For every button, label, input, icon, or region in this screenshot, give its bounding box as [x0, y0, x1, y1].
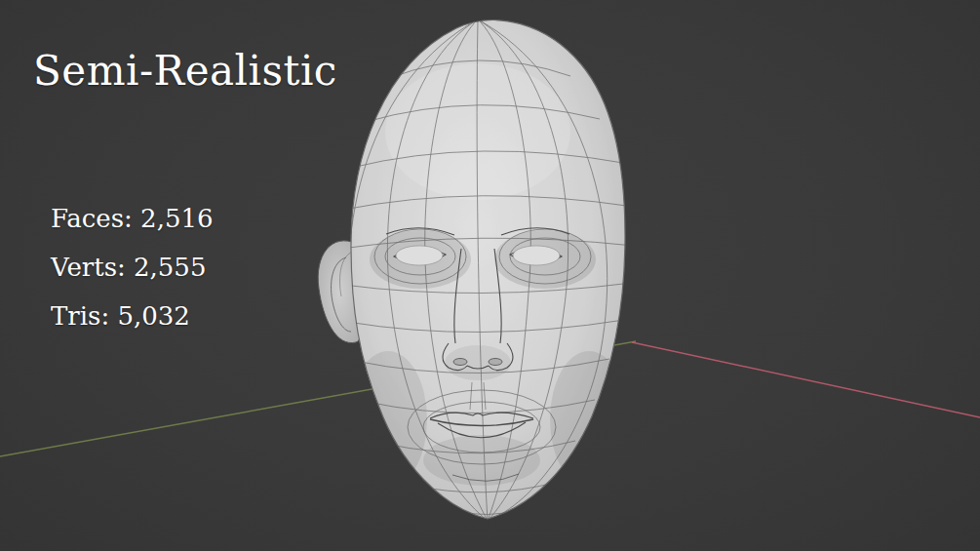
stat-faces: Faces: 2,516: [51, 203, 214, 234]
head-model[interactable]: [318, 20, 634, 521]
stat-verts: Verts: 2,555: [51, 252, 214, 283]
stat-tris: Tris: 5,032: [51, 300, 214, 332]
x-axis-line: [632, 342, 980, 417]
page-title: Semi-Realistic: [33, 47, 337, 95]
3d-viewport[interactable]: Semi-Realistic Faces: 2,516 Verts: 2,555…: [0, 0, 980, 551]
model-stats: Faces: 2,516 Verts: 2,555 Tris: 5,032: [51, 203, 214, 349]
